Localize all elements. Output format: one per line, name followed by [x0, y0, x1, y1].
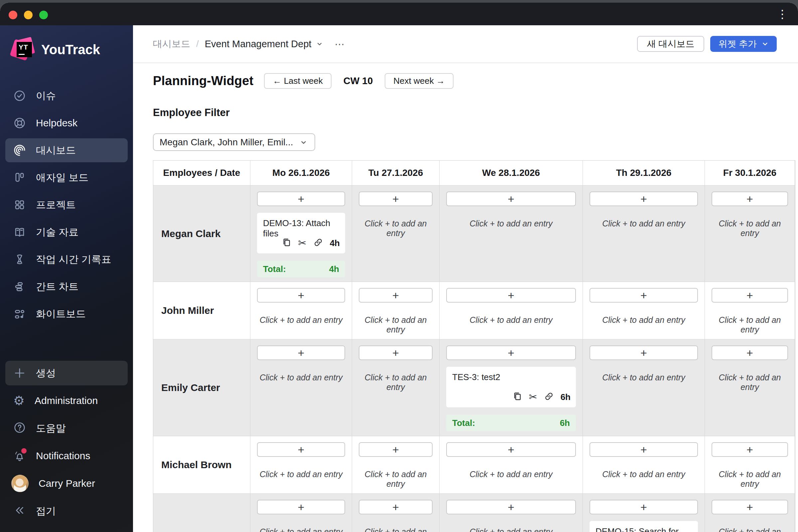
sidebar-item-issues[interactable]: 이슈: [5, 84, 128, 108]
add-entry-button[interactable]: +: [257, 500, 345, 514]
next-week-button[interactable]: Next week →: [385, 73, 454, 89]
entry-card[interactable]: TES-3: test2 ✂ 6h: [446, 367, 576, 407]
add-entry-hint: Click + to add an entry: [711, 219, 788, 238]
topbar-actions: 새 대시보드 위젯 추가: [637, 36, 777, 52]
new-dashboard-button[interactable]: 새 대시보드: [637, 36, 705, 52]
day-cell: + DEMO-15: Search for issues: [583, 494, 705, 532]
total-hours: 4h: [329, 264, 339, 274]
zoom-window-button[interactable]: [39, 11, 48, 19]
collapse-sidebar-button[interactable]: 접기: [5, 499, 128, 524]
day-cell: + Click + to add an entry: [250, 282, 352, 340]
sidebar-item-label: 작업 시간 기록표: [36, 253, 111, 266]
bell-icon: [13, 450, 26, 462]
add-entry-button[interactable]: +: [446, 288, 576, 303]
sidebar-item-helpdesk[interactable]: Helpdesk: [5, 111, 128, 135]
add-entry-button[interactable]: +: [257, 442, 345, 457]
add-entry-button[interactable]: +: [359, 191, 433, 206]
day-cell: + Click + to add an entry: [250, 340, 352, 436]
add-entry-button[interactable]: +: [359, 288, 433, 303]
entry-hours: 4h: [330, 238, 340, 248]
add-entry-button[interactable]: +: [711, 442, 788, 457]
add-widget-button[interactable]: 위젯 추가: [710, 36, 777, 52]
add-entry-hint: Click + to add an entry: [446, 527, 576, 532]
entry-hours: 6h: [560, 392, 571, 402]
window-controls: [8, 11, 48, 19]
question-circle-icon: [13, 421, 26, 435]
add-entry-button[interactable]: +: [359, 500, 433, 514]
administration-label: Administration: [35, 395, 98, 406]
sidebar-item-projects[interactable]: 프로젝트: [5, 193, 128, 217]
add-entry-button[interactable]: +: [590, 288, 698, 303]
add-entry-button[interactable]: +: [446, 442, 576, 457]
employee-filter-select[interactable]: Megan Clark, John Miller, Emil...: [153, 133, 315, 151]
add-entry-button[interactable]: +: [359, 345, 433, 360]
sidebar-item-gantt-charts[interactable]: 간트 차트: [5, 274, 128, 299]
sidebar-item-knowledge-base[interactable]: 기술 자료: [5, 220, 128, 244]
link-icon[interactable]: [544, 391, 554, 403]
add-entry-hint: Click + to add an entry: [711, 315, 788, 335]
user-menu[interactable]: Carry Parker: [5, 471, 128, 496]
cut-icon[interactable]: ✂: [529, 392, 537, 402]
day-cell: + Click + to add an entry: [583, 436, 705, 494]
minimize-window-button[interactable]: [24, 11, 33, 19]
add-entry-button[interactable]: +: [257, 191, 345, 206]
add-entry-button[interactable]: +: [257, 345, 345, 360]
add-entry-hint: Click + to add an entry: [711, 470, 788, 489]
sidebar-item-label: 이슈: [36, 89, 56, 103]
add-entry-button[interactable]: +: [257, 288, 345, 303]
sidebar-item-agile-boards[interactable]: 애자일 보드: [5, 166, 128, 190]
table-header-tuesday: Tu 27.1.2026: [352, 160, 440, 186]
cut-icon[interactable]: ✂: [298, 238, 307, 248]
last-week-button[interactable]: ← Last week: [264, 73, 331, 89]
add-entry-button[interactable]: +: [711, 500, 788, 514]
add-entry-button[interactable]: +: [446, 345, 576, 360]
entry-card[interactable]: DEMO-13: Attach files ✂ 4h: [257, 213, 345, 253]
add-entry-button[interactable]: +: [590, 345, 698, 360]
calendar-week-label: CW 10: [343, 75, 373, 87]
add-entry-button[interactable]: +: [590, 191, 698, 206]
add-entry-hint: Click + to add an entry: [590, 470, 698, 479]
add-entry-button[interactable]: +: [711, 345, 788, 360]
copy-icon[interactable]: [282, 238, 291, 249]
employee-filter-value: Megan Clark, John Miller, Emil...: [159, 137, 293, 148]
employee-name-cell: [153, 494, 250, 532]
add-entry-button[interactable]: +: [711, 288, 788, 303]
agile-board-icon: [13, 171, 26, 184]
collapse-label: 접기: [36, 505, 56, 518]
sidebar-item-label: 프로젝트: [36, 198, 76, 212]
breadcrumb-dashboards-link[interactable]: 대시보드: [153, 38, 190, 50]
employee-name-cell: Michael Brown: [153, 436, 250, 494]
chevron-down-icon: [761, 40, 769, 48]
add-entry-button[interactable]: +: [359, 442, 433, 457]
add-entry-hint: Click + to add an entry: [257, 315, 345, 325]
add-entry-button[interactable]: +: [590, 500, 698, 514]
dashboard-title-dropdown[interactable]: Event Management Dept: [205, 39, 324, 50]
sidebar-item-administration[interactable]: ⚙ Administration: [5, 388, 128, 413]
add-entry-button[interactable]: +: [446, 500, 576, 514]
lifebuoy-icon: [13, 117, 26, 129]
sidebar-item-whiteboards[interactable]: 화이트보드: [5, 302, 128, 326]
add-entry-hint: Click + to add an entry: [590, 219, 698, 228]
entry-card[interactable]: DEMO-15: Search for issues: [590, 521, 698, 532]
sidebar-item-notifications[interactable]: Notifications: [5, 443, 128, 468]
total-bar: Total: 6h: [446, 415, 576, 431]
link-icon[interactable]: [313, 238, 323, 249]
day-cell: + Click + to add an entry: [440, 436, 583, 494]
close-window-button[interactable]: [8, 11, 17, 19]
dashboard-more-menu[interactable]: ⋯: [335, 38, 345, 50]
sidebar-item-timesheets[interactable]: 작업 시간 기록표: [5, 247, 128, 271]
sidebar-item-dashboards[interactable]: 대시보드: [5, 138, 128, 162]
create-button[interactable]: 생성: [5, 361, 128, 385]
chevron-down-icon: [299, 138, 308, 147]
youtrack-logo[interactable]: YT YouTrack: [0, 25, 133, 65]
add-entry-button[interactable]: +: [590, 442, 698, 457]
add-entry-hint: Click + to add an entry: [359, 219, 433, 238]
add-entry-hint: Click + to add an entry: [257, 373, 345, 382]
add-entry-button[interactable]: +: [446, 191, 576, 206]
sidebar-item-help[interactable]: 도움말: [5, 416, 128, 440]
copy-icon[interactable]: [512, 391, 522, 403]
sidebar-nav: 이슈 Helpdesk 대시보드: [0, 84, 133, 326]
add-entry-hint: Click + to add an entry: [590, 373, 698, 382]
add-entry-button[interactable]: +: [711, 191, 788, 206]
browser-menu-icon[interactable]: ⋮: [777, 7, 788, 21]
